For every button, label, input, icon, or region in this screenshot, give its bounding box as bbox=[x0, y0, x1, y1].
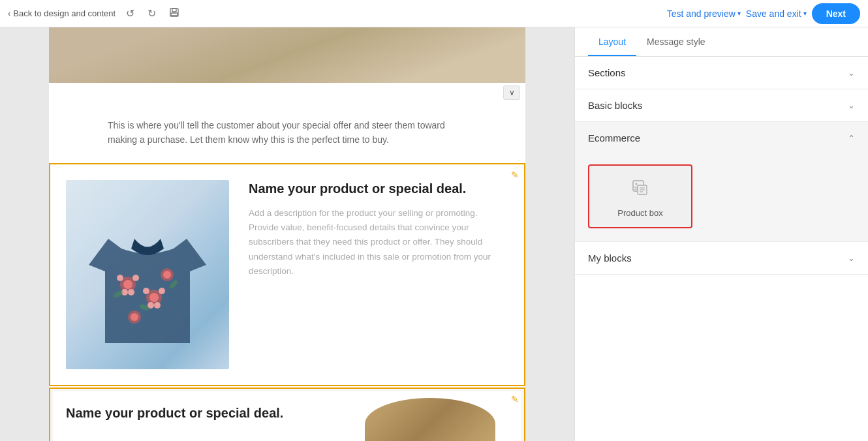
shirt-illustration bbox=[82, 193, 213, 356]
product-block-2-inner: Name your product or special deal. bbox=[53, 391, 521, 441]
product-title-2: Name your product or special deal. bbox=[66, 404, 326, 421]
svg-point-14 bbox=[154, 302, 161, 309]
product-title-1: Name your product or special deal. bbox=[249, 180, 508, 197]
svg-point-4 bbox=[123, 280, 132, 289]
product-image-1 bbox=[66, 180, 229, 369]
next-label: Next bbox=[826, 8, 846, 19]
ecommerce-title: Ecommerce bbox=[588, 132, 640, 144]
product-text-side-1: Name your product or special deal. Add a… bbox=[242, 167, 521, 292]
product-block-1[interactable]: ✎ bbox=[49, 163, 525, 386]
product-image-side-1 bbox=[53, 167, 242, 382]
product-box-card[interactable]: Product box bbox=[588, 164, 692, 228]
test-preview-label: Test and preview bbox=[667, 8, 736, 19]
product-box-icon bbox=[631, 179, 649, 202]
test-preview-button[interactable]: Test and preview ▾ bbox=[667, 8, 741, 19]
collapse-section-button[interactable]: ∨ bbox=[503, 85, 520, 100]
svg-point-10 bbox=[149, 293, 159, 302]
svg-point-11 bbox=[143, 288, 149, 294]
product-block-2[interactable]: ✎ Name your product or special deal. bbox=[49, 388, 525, 441]
svg-point-16 bbox=[131, 313, 138, 321]
back-link[interactable]: ‹ Back to design and content bbox=[8, 8, 116, 18]
svg-rect-0 bbox=[170, 8, 178, 16]
svg-point-23 bbox=[636, 183, 638, 185]
basic-blocks-title: Basic blocks bbox=[588, 100, 642, 111]
save-exit-label: Save and exit bbox=[746, 8, 801, 19]
ecommerce-caret: ⌄ bbox=[848, 133, 855, 143]
my-blocks-title: My blocks bbox=[588, 252, 632, 264]
panel-tabs: Layout Message style bbox=[575, 27, 868, 57]
panel-body: Sections ⌄ Basic blocks ⌄ Ecommerce ⌄ bbox=[575, 57, 868, 441]
test-preview-caret: ▾ bbox=[737, 10, 741, 17]
accordion-ecommerce-header[interactable]: Ecommerce ⌄ bbox=[575, 122, 868, 154]
basic-blocks-caret: ⌄ bbox=[848, 100, 855, 110]
header-image bbox=[49, 27, 525, 83]
email-canvas: ∨ This is where you'll tell the customer… bbox=[49, 27, 525, 441]
nav-left: ‹ Back to design and content ↺ ↻ bbox=[8, 5, 182, 23]
accordion-my-blocks: My blocks ⌄ bbox=[575, 242, 868, 275]
collapse-btn-row: ∨ bbox=[49, 83, 525, 102]
tab-message-style[interactable]: Message style bbox=[636, 27, 715, 56]
accordion-ecommerce: Ecommerce ⌄ bbox=[575, 122, 868, 242]
tab-layout[interactable]: Layout bbox=[588, 27, 636, 56]
save-exit-caret: ▾ bbox=[803, 10, 807, 17]
svg-point-6 bbox=[132, 275, 139, 281]
tab-message-style-label: Message style bbox=[647, 37, 705, 47]
top-navbar: ‹ Back to design and content ↺ ↻ Test an… bbox=[0, 0, 868, 27]
next-button[interactable]: Next bbox=[812, 3, 860, 24]
edit-icon-bottom[interactable]: ✎ bbox=[511, 394, 519, 404]
product-box-label: Product box bbox=[617, 208, 662, 218]
undo-button[interactable]: ↺ bbox=[123, 5, 137, 22]
svg-point-18 bbox=[163, 271, 171, 279]
description-text-block: This is where you'll tell the customer a… bbox=[49, 102, 525, 163]
chevron-left-icon: ‹ bbox=[8, 8, 10, 18]
svg-rect-2 bbox=[171, 13, 178, 16]
product-text-side-2: Name your product or special deal. bbox=[53, 391, 339, 421]
save-icon-button[interactable] bbox=[166, 5, 182, 23]
edit-icon-top[interactable]: ✎ bbox=[511, 170, 519, 180]
top-image-section bbox=[49, 27, 525, 83]
accordion-sections-header[interactable]: Sections ⌄ bbox=[575, 57, 868, 89]
tag-icon bbox=[631, 179, 649, 197]
product-description-1: Add a description for the product your s… bbox=[249, 206, 508, 279]
svg-point-5 bbox=[117, 275, 123, 281]
ecommerce-body: Product box bbox=[575, 154, 868, 241]
svg-point-8 bbox=[128, 289, 134, 296]
save-exit-button[interactable]: Save and exit ▾ bbox=[746, 8, 807, 19]
accordion-basic-blocks-header[interactable]: Basic blocks ⌄ bbox=[575, 89, 868, 121]
back-label: Back to design and content bbox=[13, 8, 116, 18]
canvas-area: ∨ This is where you'll tell the customer… bbox=[0, 27, 574, 441]
my-blocks-caret: ⌄ bbox=[848, 253, 855, 263]
svg-point-12 bbox=[159, 288, 165, 294]
right-panel: Layout Message style Sections ⌄ Basic bl… bbox=[574, 27, 868, 441]
main-content: ∨ This is where you'll tell the customer… bbox=[0, 27, 868, 441]
nav-right: Test and preview ▾ Save and exit ▾ Next bbox=[667, 3, 860, 24]
svg-rect-1 bbox=[172, 8, 176, 12]
accordion-sections: Sections ⌄ bbox=[575, 57, 868, 89]
redo-button[interactable]: ↻ bbox=[145, 5, 159, 22]
sections-title: Sections bbox=[588, 67, 626, 78]
product-block-1-inner: Name your product or special deal. Add a… bbox=[53, 167, 521, 382]
accordion-my-blocks-header[interactable]: My blocks ⌄ bbox=[575, 242, 868, 274]
accordion-basic-blocks: Basic blocks ⌄ bbox=[575, 89, 868, 122]
description-text: This is where you'll tell the customer a… bbox=[108, 118, 467, 147]
sections-caret: ⌄ bbox=[848, 68, 855, 78]
product-image-side-2 bbox=[339, 391, 521, 441]
tab-layout-label: Layout bbox=[598, 37, 626, 47]
